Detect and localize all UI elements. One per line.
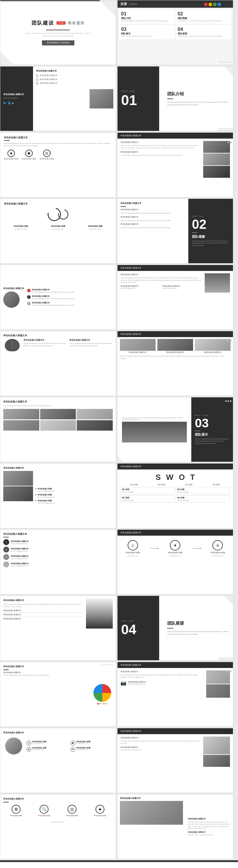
item-desc-24: Trust your team. I bet that in five. (121, 749, 201, 751)
swot-grid: 输入标题 Only by changing 输入标题 Only by chang… (121, 487, 230, 503)
dark-header-title: 单击此处输入标题文本 (121, 333, 230, 336)
right-col: 单击此处输入标题文本 Only by changing the way we d… (69, 339, 113, 347)
icon-25-4: ★ 单击此处输入标题 (94, 805, 106, 816)
item-title-3: 单击此处输入标题 (37, 499, 54, 502)
grid-photo-1 (3, 409, 39, 419)
slide-6: 单击此处输入标题文本 单击此处输入标题文本 Trust your team. I… (117, 132, 233, 197)
icon-label-25-4: 单击此处输入标题 (94, 814, 106, 816)
col-title-1: 单击此处输入标题文本 (24, 339, 67, 342)
item-desc-3: Only by changing the way we deal the env… (121, 227, 185, 229)
photos-row: 单击此处输入标题文本 单击此处输入标题文本 单击此处输入标题文本 (120, 339, 231, 353)
white-panel: 单击此处输入标题文本 单击此处输入标题文本 单击此处输入标题文本 单击此处输入标… (33, 66, 116, 131)
dark-left-4: PART FOUR 04 (117, 596, 159, 660)
photo-top (3, 471, 33, 486)
flow-label-1: 单击此处输入标题 (126, 552, 140, 554)
item-desc-2: Only by changing the way (37, 496, 54, 498)
corner-accent-bl (0, 51, 14, 65)
content-23: ◎ 单击此处输入标题 单击此处输入文本 ◉ 单击此处输入标题 单击此处输入文本 … (3, 736, 113, 756)
right-title: 单击此处输入标题文本 (36, 69, 113, 72)
bottom-button[interactable]: 单击此处输入公司的名称 (42, 40, 74, 45)
num-content-3: 单击此处输入标题文本 Only by changing the way (11, 555, 29, 559)
num-badge-1: 1 (3, 539, 9, 545)
slide-row-12: 单击此处输入标题文本 ◎ 单击此处输入标题 单击此处输入文本 ◉ (0, 728, 238, 793)
dot3 (230, 400, 232, 402)
dark-desc: 单击此处输入标题文本 (3, 97, 30, 99)
swot-labels: 输入标题 输入标题 输入标题 输入标题 (121, 484, 230, 486)
photo-24-1 (203, 737, 230, 754)
slide-desc: Only by changing the way we deal the env… (3, 405, 113, 407)
right-items: 单击此处输入标题 Only by changing the way 单击此处输入… (35, 466, 113, 525)
arrow-graphic (4, 208, 112, 223)
corner-tr-4 (224, 596, 233, 605)
num-content-1: 单击此处输入标题文本 Only by changing the way (11, 540, 29, 545)
flow-item-3: 单击此处输入标题 单击此处输入标题 (78, 225, 112, 230)
items: 单击此处输入标题文本 Only by changing the way we d… (121, 209, 185, 229)
check-item-3: ✓ 单击此处输入标题文本 Only by changing the way we… (27, 302, 113, 306)
num-title-1: 单击此处输入标题文本 (11, 540, 29, 543)
item-label: 团队展示 (121, 32, 173, 35)
photo-2-label: 单击此处输入标题文本 (157, 351, 193, 353)
swot-quadrant-1: 输入标题 Only by changing (121, 487, 175, 494)
bullet (36, 82, 38, 85)
corner-br (218, 128, 233, 131)
slide-row-8: 单击此处输入标题文本 单击此处输入标题 Only by changing the… (0, 463, 238, 528)
num-title-2: 单击此处输入标题文本 (11, 548, 29, 550)
divider (195, 431, 200, 431)
right-photos (203, 141, 230, 178)
item-2: 单击此处输入标题文本 (121, 216, 185, 218)
icon-label-25-1: 单击此处输入标题 (10, 814, 22, 816)
bullet-2 (35, 494, 36, 495)
divider (192, 232, 197, 233)
right-photos-24 (203, 737, 230, 767)
slide-24: 单击此处输入标题文本 单击此处输入标题文本 Trust your team. I… (117, 728, 233, 793)
photo-right (89, 89, 113, 108)
left-photo-area: Only by changing the way we deal the env… (117, 397, 191, 462)
num-content-4: 单击此处输入标题文本 Only by changing the way (11, 562, 29, 567)
dream-text: DREAM (51, 821, 64, 824)
dot-blue (217, 3, 221, 6)
brain-graphic (3, 339, 21, 351)
photo-22-top (206, 670, 230, 684)
numbered-items: 1 单击此处输入标题文本 Only by changing the way 2 … (3, 539, 113, 567)
flow-label-2: 单击此处输入标题 (168, 552, 182, 554)
numbered-item-1: 1 单击此处输入标题文本 Only by changing the way (3, 539, 113, 545)
num-badge-2: 2 (3, 547, 9, 553)
swot-content: S W O T 输入标题 输入标题 输入标题 输入标题 输入标题 Only by… (117, 469, 233, 504)
swot-label-s: 输入标题 (131, 484, 138, 486)
flow-arrow-1 (150, 548, 158, 549)
icon-3: ◈ (26, 747, 31, 752)
main-content: 单击此处输入标题文本 Only by changing the way we d… (117, 271, 233, 295)
photo-3-label: 单击此处输入标题文本 (195, 351, 231, 353)
item-num: 04 (178, 27, 229, 32)
icon-25-2: 🔍 单击此处输入标题 (38, 805, 50, 816)
dark-header-22: 单击此处输入标题文本 (117, 662, 233, 668)
main-photo-26 (120, 801, 183, 825)
legend-text-1: 25% (99, 703, 102, 705)
part-num: 02 (192, 218, 229, 231)
flow-icon-3: ≡ 单击此处输入标题 单击此处输入文本 (211, 540, 225, 557)
numbered-item-4: 4 单击此处输入标题文本 Only by changing the way (3, 561, 113, 567)
flow-icon-2: ✈ 单击此处输入标题 单击此处输入文本 (168, 540, 182, 557)
item-text: 单击此处输入标题文本 (39, 82, 57, 85)
plane-icon: ✈ (170, 540, 180, 551)
arrowhead-1 (157, 547, 159, 550)
circle-icon-25: ◎ (68, 805, 76, 814)
slide-title: 单击此处输入标题文本 (3, 533, 113, 536)
item-label-1: 单击此处输入标题 (32, 741, 46, 743)
cover-content: 团队建设 LOGO 商务通用 Only by changing the way … (0, 0, 116, 65)
top-bar-ty (0, 861, 238, 862)
camera-area: 📷 单击此处输入标题文本 Only by changing the way (121, 680, 204, 686)
swot-quadrant-2: 输入标题 Only by changing (176, 487, 230, 494)
swot-w: W (166, 473, 174, 482)
sunset-photo (205, 273, 230, 292)
item-sublabel-4: 单击此处输入文本 (76, 749, 90, 750)
corner-tr (224, 66, 233, 75)
legend-2: 25% (103, 703, 107, 705)
item-sublabel-2: 单击此处输入文本 (76, 743, 90, 744)
dark-title: 单击此处输入标题文本 (3, 93, 30, 96)
corner-br-4 (218, 657, 233, 660)
slide-title: 单击此处输入标题文本 (3, 599, 84, 602)
flow-item-1: 单击此处输入标题 单击此处输入标题 (4, 225, 38, 230)
accent-line (3, 537, 9, 537)
item-title-1: 单击此处输入标题 (37, 488, 54, 490)
